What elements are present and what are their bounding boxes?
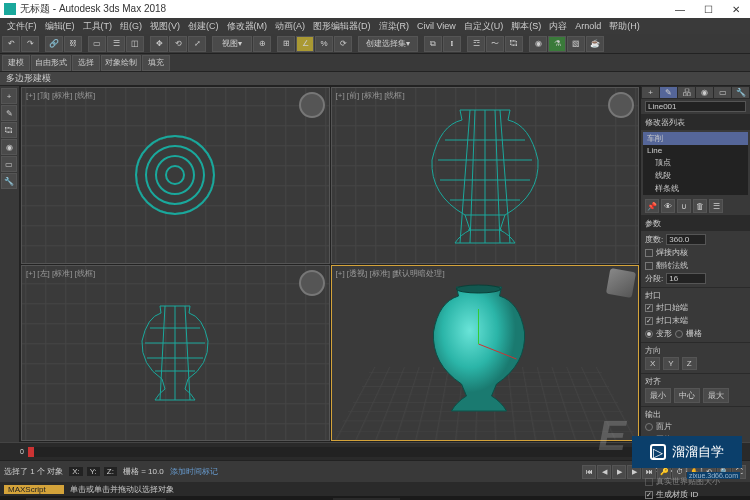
schematic-button[interactable]: ⿻	[505, 36, 523, 52]
viewcube-top[interactable]	[299, 92, 325, 118]
render-frame-button[interactable]: ▧	[567, 36, 585, 52]
close-button[interactable]: ✕	[726, 4, 746, 15]
align-button[interactable]: ⫿	[443, 36, 461, 52]
vase-shaded-persp[interactable]	[421, 284, 536, 414]
stack-config-icon[interactable]: ☰	[709, 199, 723, 213]
modify-tab-icon[interactable]: ✎	[1, 105, 17, 121]
stack-item-lathe[interactable]: 车削	[643, 132, 748, 145]
render-button[interactable]: ☕	[586, 36, 604, 52]
viewport-front[interactable]: [+] [前] [标准] [线框]	[331, 87, 640, 264]
align-min-button[interactable]: 最小	[645, 388, 671, 403]
ribbon-freeform[interactable]: 自由形式	[31, 55, 71, 71]
viewport-label-top[interactable]: [+] [顶] [标准] [线框]	[26, 90, 95, 101]
vase-wireframe-front[interactable]	[420, 105, 550, 245]
select-region-button[interactable]: ◫	[126, 36, 144, 52]
ribbon-paint[interactable]: 对象绘制	[101, 55, 141, 71]
goto-start-button[interactable]: ⏮	[582, 465, 596, 479]
select-name-button[interactable]: ☰	[107, 36, 125, 52]
mirror-button[interactable]: ⧉	[424, 36, 442, 52]
stack-unique-icon[interactable]: ∪	[677, 199, 691, 213]
create-tab-icon[interactable]: +	[1, 88, 17, 104]
align-center-button[interactable]: 中心	[674, 388, 700, 403]
center-button[interactable]: ⊕	[253, 36, 271, 52]
menu-file[interactable]: 文件(F)	[4, 20, 40, 33]
hierarchy-tab-icon[interactable]: ⿻	[1, 122, 17, 138]
viewcube-front[interactable]	[608, 92, 634, 118]
degrees-input[interactable]	[666, 234, 706, 245]
scale-button[interactable]: ⤢	[188, 36, 206, 52]
stack-item-segment[interactable]: 线段	[643, 169, 748, 182]
axis-y-button[interactable]: Y	[663, 357, 678, 370]
percent-snap-button[interactable]: %	[315, 36, 333, 52]
viewport-top[interactable]: [+] [顶] [标准] [线框]	[21, 87, 330, 264]
rollout-parameters[interactable]: 参数	[641, 216, 750, 231]
stack-remove-icon[interactable]: 🗑	[693, 199, 707, 213]
menu-graph[interactable]: 图形编辑器(D)	[310, 20, 374, 33]
render-setup-button[interactable]: ⚗	[548, 36, 566, 52]
stack-show-icon[interactable]: 👁	[661, 199, 675, 213]
named-selection-dropdown[interactable]: 创建选择集▾	[358, 36, 418, 52]
menu-animation[interactable]: 动画(A)	[272, 20, 308, 33]
viewcube-persp[interactable]	[606, 267, 636, 297]
snap-button[interactable]: ⊞	[277, 36, 295, 52]
undo-button[interactable]: ↶	[2, 36, 20, 52]
curve-editor-button[interactable]: 〜	[486, 36, 504, 52]
menu-create[interactable]: 创建(C)	[185, 20, 222, 33]
tab-utilities-icon[interactable]: 🔧	[732, 87, 749, 98]
prev-frame-button[interactable]: ◀	[597, 465, 611, 479]
material-editor-button[interactable]: ◉	[529, 36, 547, 52]
tab-display-icon[interactable]: ▭	[714, 87, 731, 98]
axis-z-button[interactable]: Z	[682, 357, 697, 370]
ribbon-fill[interactable]: 填充	[142, 55, 170, 71]
viewport-label-persp[interactable]: [+] [透视] [标准] [默认明暗处理]	[336, 268, 445, 279]
display-tab-icon[interactable]: ▭	[1, 156, 17, 172]
spinner-snap-button[interactable]: ⟳	[334, 36, 352, 52]
link-button[interactable]: 🔗	[45, 36, 63, 52]
stack-pin-icon[interactable]: 📌	[645, 199, 659, 213]
add-timemark[interactable]: 添加时间标记	[170, 466, 218, 477]
menu-civilview[interactable]: Civil View	[414, 21, 459, 31]
vase-wireframe-left[interactable]	[135, 303, 215, 403]
menu-script[interactable]: 脚本(S)	[508, 20, 544, 33]
axis-x-button[interactable]: X	[645, 357, 660, 370]
menu-content[interactable]: 内容	[546, 20, 570, 33]
viewport-left[interactable]: [+] [左] [标准] [线框]	[21, 265, 330, 442]
tab-motion-icon[interactable]: ◉	[696, 87, 713, 98]
stack-item-line[interactable]: Line	[643, 145, 748, 156]
ribbon-tab-polymodel[interactable]: 多边形建模	[0, 72, 750, 86]
menu-arnold[interactable]: Arnold	[572, 21, 604, 31]
redo-button[interactable]: ↷	[21, 36, 39, 52]
gen-matid-checkbox[interactable]	[645, 491, 653, 499]
tab-modify-icon[interactable]: ✎	[660, 87, 677, 98]
segments-input[interactable]	[666, 273, 706, 284]
menu-modifiers[interactable]: 修改器(M)	[224, 20, 271, 33]
morph-radio[interactable]	[645, 330, 653, 338]
ribbon-select[interactable]: 选择	[72, 55, 100, 71]
rotate-button[interactable]: ⟲	[169, 36, 187, 52]
modifier-stack[interactable]: 车削 Line 顶点 线段 样条线	[643, 132, 748, 195]
ribbon-model[interactable]: 建模	[2, 55, 30, 71]
menu-help[interactable]: 帮助(H)	[606, 20, 643, 33]
maxscript-listener[interactable]: MAXScript	[4, 485, 64, 494]
cap-start-checkbox[interactable]	[645, 304, 653, 312]
viewport-label-front[interactable]: [+] [前] [标准] [线框]	[336, 90, 405, 101]
align-max-button[interactable]: 最大	[703, 388, 729, 403]
weld-core-checkbox[interactable]	[645, 249, 653, 257]
out-patch-radio[interactable]	[645, 423, 653, 431]
flip-normals-checkbox[interactable]	[645, 262, 653, 270]
menu-render[interactable]: 渲染(R)	[376, 20, 413, 33]
vase-wireframe-top[interactable]	[135, 135, 215, 215]
viewport-perspective[interactable]: [+] [透视] [标准] [默认明暗处理]	[331, 265, 640, 442]
viewport-label-left[interactable]: [+] [左] [标准] [线框]	[26, 268, 95, 279]
menu-edit[interactable]: 编辑(E)	[42, 20, 78, 33]
grid-radio[interactable]	[675, 330, 683, 338]
menu-tools[interactable]: 工具(T)	[80, 20, 116, 33]
object-name-field[interactable]	[645, 101, 746, 112]
utilities-tab-icon[interactable]: 🔧	[1, 173, 17, 189]
motion-tab-icon[interactable]: ◉	[1, 139, 17, 155]
maximize-button[interactable]: ☐	[698, 4, 718, 15]
menu-group[interactable]: 组(G)	[117, 20, 145, 33]
unlink-button[interactable]: ⛓	[64, 36, 82, 52]
menu-view[interactable]: 视图(V)	[147, 20, 183, 33]
angle-snap-button[interactable]: ∠	[296, 36, 314, 52]
